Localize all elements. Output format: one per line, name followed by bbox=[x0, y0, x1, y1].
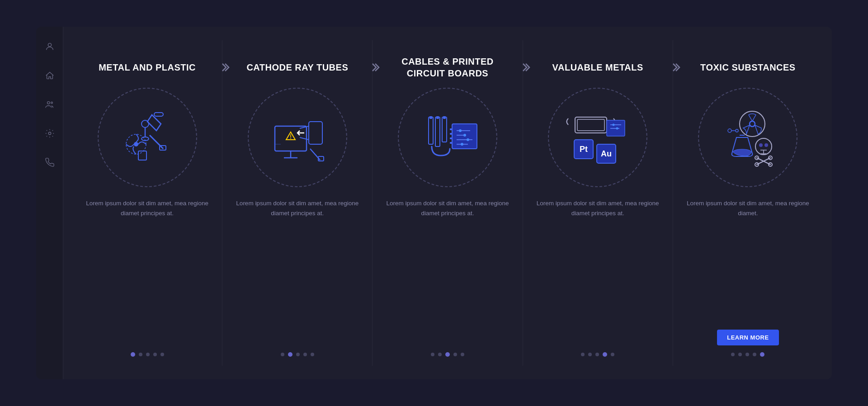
card-1-desc: Lorem ipsum dolor sit dim amet, mea regi… bbox=[81, 198, 213, 345]
card-3-illustration bbox=[398, 88, 497, 187]
dot-3-3[interactable] bbox=[445, 352, 450, 357]
svg-rect-37 bbox=[450, 128, 452, 130]
cards-container: METAL AND PLASTIC bbox=[63, 27, 832, 379]
arrow-1 bbox=[219, 62, 230, 75]
dot-2-3[interactable] bbox=[296, 353, 300, 356]
card-3-pagination bbox=[431, 352, 464, 357]
dot-3-5[interactable] bbox=[461, 353, 464, 356]
dot-4-5[interactable] bbox=[611, 353, 614, 356]
card-5-pagination bbox=[731, 352, 764, 357]
sidebar-icon-user[interactable] bbox=[43, 40, 56, 53]
svg-rect-39 bbox=[450, 137, 452, 139]
svg-rect-40 bbox=[450, 142, 452, 144]
main-container: METAL AND PLASTIC bbox=[36, 27, 832, 379]
svg-point-58 bbox=[764, 143, 768, 147]
svg-rect-22 bbox=[429, 117, 433, 144]
svg-rect-24 bbox=[435, 117, 440, 146]
card-2-title: CATHODE RAY TUBES bbox=[246, 54, 348, 81]
svg-point-67 bbox=[728, 129, 731, 132]
dot-1-5[interactable] bbox=[160, 353, 164, 356]
dot-2-5[interactable] bbox=[311, 353, 314, 356]
svg-point-69 bbox=[736, 129, 738, 132]
sidebar-icon-home[interactable] bbox=[43, 69, 56, 82]
svg-text:Au: Au bbox=[601, 149, 612, 158]
svg-rect-4 bbox=[154, 113, 163, 116]
svg-point-3 bbox=[48, 132, 51, 135]
svg-rect-42 bbox=[577, 119, 604, 131]
dot-3-1[interactable] bbox=[431, 353, 434, 356]
card-3-desc: Lorem ipsum dolor sit dim amet, mea regi… bbox=[382, 198, 513, 345]
card-cathode-ray: CATHODE RAY TUBES bbox=[222, 40, 373, 366]
card-toxic-substances: TOXIC SUBSTANCES bbox=[673, 40, 823, 366]
card-5-title: TOXIC SUBSTANCES bbox=[700, 54, 796, 81]
sidebar-icon-users[interactable] bbox=[43, 98, 56, 111]
dot-3-4[interactable] bbox=[453, 353, 457, 356]
svg-point-10 bbox=[142, 120, 149, 127]
arrow-2 bbox=[369, 62, 380, 75]
arrow-3 bbox=[520, 62, 531, 75]
svg-rect-38 bbox=[450, 133, 452, 135]
svg-rect-26 bbox=[442, 117, 447, 142]
dot-2-1[interactable] bbox=[281, 353, 284, 356]
dot-1-1[interactable] bbox=[131, 352, 135, 357]
sidebar bbox=[36, 27, 63, 379]
dot-3-2[interactable] bbox=[438, 353, 442, 356]
dot-5-2[interactable] bbox=[738, 353, 742, 356]
dot-4-4[interactable] bbox=[603, 352, 607, 357]
card-3-title: CABLES & PRINTED CIRCUIT BOARDS bbox=[382, 54, 513, 81]
svg-rect-18 bbox=[309, 122, 322, 144]
svg-point-8 bbox=[134, 142, 138, 146]
card-2-illustration bbox=[248, 88, 347, 187]
card-1-pagination bbox=[131, 352, 164, 357]
svg-point-57 bbox=[759, 143, 763, 147]
dot-5-1[interactable] bbox=[731, 353, 735, 356]
sidebar-icon-settings[interactable] bbox=[43, 127, 56, 140]
svg-rect-25 bbox=[436, 116, 439, 119]
svg-point-50 bbox=[613, 124, 615, 126]
dot-4-1[interactable] bbox=[581, 353, 585, 356]
dot-5-4[interactable] bbox=[753, 353, 756, 356]
svg-point-2 bbox=[51, 102, 52, 104]
svg-point-17 bbox=[290, 138, 291, 139]
card-1-illustration bbox=[98, 88, 197, 187]
svg-point-53 bbox=[750, 121, 755, 127]
arrow-4 bbox=[670, 62, 681, 75]
card-2-desc: Lorem ipsum dolor sit dim amet, mea regi… bbox=[231, 198, 363, 345]
svg-point-52 bbox=[740, 111, 765, 137]
card-valuable-metals: VALUABLE METALS Pt Au bbox=[523, 40, 673, 366]
svg-point-33 bbox=[459, 129, 462, 132]
svg-point-36 bbox=[461, 143, 463, 146]
card-metal-plastic: METAL AND PLASTIC bbox=[72, 40, 222, 366]
sidebar-icon-phone[interactable] bbox=[43, 156, 56, 169]
dot-5-5[interactable] bbox=[760, 352, 764, 357]
svg-point-0 bbox=[48, 43, 51, 47]
card-2-pagination bbox=[281, 352, 314, 357]
card-4-illustration: Pt Au bbox=[548, 88, 647, 187]
card-5-desc: Lorem ipsum dolor sit dim amet, mea regi… bbox=[682, 198, 814, 325]
dot-5-3[interactable] bbox=[745, 353, 749, 356]
card-4-desc: Lorem ipsum dolor sit dim amet, mea regi… bbox=[532, 198, 664, 345]
dot-4-2[interactable] bbox=[588, 353, 592, 356]
card-4-pagination bbox=[581, 352, 614, 357]
dot-1-2[interactable] bbox=[139, 353, 142, 356]
learn-more-button[interactable]: LEARN MORE bbox=[717, 330, 778, 345]
svg-point-1 bbox=[47, 102, 50, 104]
dot-4-3[interactable] bbox=[595, 353, 599, 356]
dot-2-4[interactable] bbox=[303, 353, 307, 356]
svg-rect-23 bbox=[429, 116, 432, 119]
svg-line-5 bbox=[150, 135, 163, 149]
svg-rect-27 bbox=[443, 116, 446, 119]
dot-1-3[interactable] bbox=[146, 353, 150, 356]
card-5-illustration bbox=[698, 88, 797, 187]
dot-1-4[interactable] bbox=[153, 353, 157, 356]
card-cables-pcb: CABLES & PRINTED CIRCUIT BOARDS bbox=[373, 40, 523, 366]
svg-point-51 bbox=[616, 127, 618, 130]
svg-rect-9 bbox=[138, 151, 146, 160]
svg-text:Pt: Pt bbox=[580, 145, 588, 154]
card-1-title: METAL AND PLASTIC bbox=[99, 54, 196, 81]
svg-point-35 bbox=[467, 138, 469, 141]
dot-2-2[interactable] bbox=[288, 352, 292, 357]
svg-point-34 bbox=[463, 134, 466, 137]
card-4-title: VALUABLE METALS bbox=[552, 54, 643, 81]
